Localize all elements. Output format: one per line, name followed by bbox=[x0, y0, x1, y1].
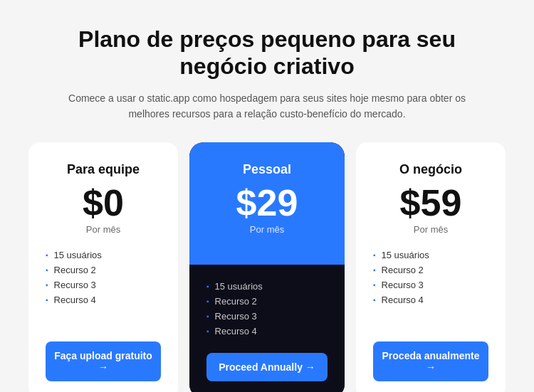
list-item: Recurso 4 bbox=[373, 292, 488, 307]
card-negocio: O negócio $59 Por mês 15 usuários Recurs… bbox=[356, 142, 506, 392]
list-item: Recurso 3 bbox=[46, 277, 161, 292]
card-pessoal: Pessoal $29 Por mês 15 usuários Recurso … bbox=[189, 142, 345, 392]
card-pessoal-title: Pessoal bbox=[243, 162, 291, 177]
card-negocio-button[interactable]: Proceda anualmente → bbox=[373, 341, 488, 381]
card-negocio-title: O negócio bbox=[399, 162, 462, 177]
page-title: Plano de preços pequeno para seu negócio… bbox=[68, 26, 466, 80]
list-item: Recurso 2 bbox=[373, 263, 488, 277]
card-pessoal-button[interactable]: Proceed Annually → bbox=[206, 353, 328, 381]
card-negocio-period: Por mês bbox=[414, 224, 448, 235]
card-equipe-period: Por mês bbox=[86, 224, 120, 235]
card-pessoal-bottom: 15 usuários Recurso 2 Recurso 3 Recurso … bbox=[189, 265, 345, 392]
list-item: Recurso 3 bbox=[206, 309, 328, 324]
list-item: 15 usuários bbox=[206, 279, 328, 294]
list-item: 15 usuários bbox=[373, 248, 488, 263]
card-negocio-features: 15 usuários Recurso 2 Recurso 3 Recurso … bbox=[373, 248, 488, 327]
card-negocio-price: $59 bbox=[400, 184, 462, 221]
card-pessoal-top: Pessoal $29 Por mês bbox=[189, 142, 345, 265]
card-equipe-button[interactable]: Faça upload gratuito → bbox=[46, 341, 161, 381]
card-pessoal-features: 15 usuários Recurso 2 Recurso 3 Recurso … bbox=[206, 279, 328, 339]
page-header: Plano de preços pequeno para seu negócio… bbox=[68, 26, 466, 122]
card-equipe-features: 15 usuários Recurso 2 Recurso 3 Recurso … bbox=[46, 248, 161, 327]
pricing-cards: Para equipe $0 Por mês 15 usuários Recur… bbox=[28, 142, 506, 392]
card-pessoal-price: $29 bbox=[236, 184, 298, 221]
list-item: Recurso 4 bbox=[206, 324, 328, 339]
list-item: Recurso 4 bbox=[46, 292, 161, 307]
page-subtitle: Comece a usar o static.app como hospedag… bbox=[68, 90, 466, 122]
list-item: Recurso 3 bbox=[373, 277, 488, 292]
card-equipe: Para equipe $0 Por mês 15 usuários Recur… bbox=[28, 142, 178, 392]
list-item: 15 usuários bbox=[46, 248, 161, 263]
card-equipe-title: Para equipe bbox=[67, 162, 140, 177]
list-item: Recurso 2 bbox=[206, 294, 328, 309]
card-equipe-price: $0 bbox=[83, 184, 124, 221]
card-pessoal-period: Por mês bbox=[250, 224, 284, 235]
list-item: Recurso 2 bbox=[46, 263, 161, 277]
